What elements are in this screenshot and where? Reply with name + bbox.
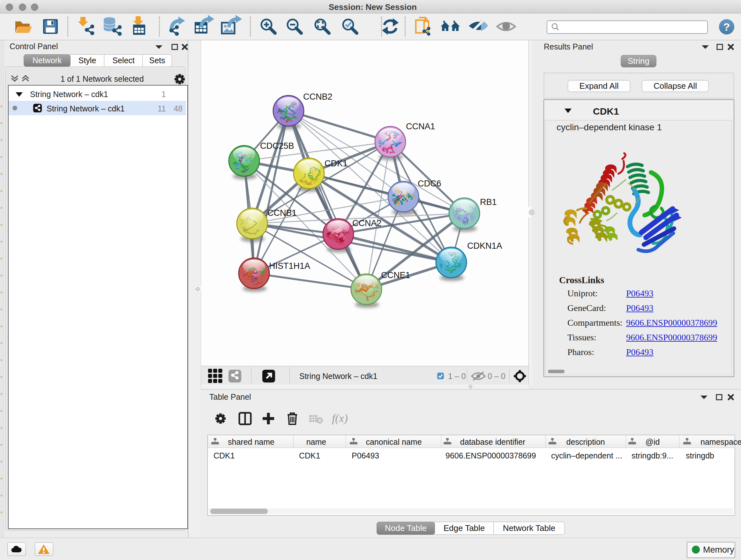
svg-text:CCNE1: CCNE1 [381, 270, 410, 280]
svg-text:CCNA1: CCNA1 [406, 122, 435, 131]
svg-text:CDKN1A: CDKN1A [467, 241, 502, 251]
svg-text:CCNB1: CCNB1 [267, 208, 297, 218]
svg-text:CCNB2: CCNB2 [303, 92, 333, 102]
svg-text:CDK1: CDK1 [325, 159, 347, 168]
svg-text:CDC6: CDC6 [418, 179, 441, 188]
svg-text:CCNA2: CCNA2 [352, 219, 382, 228]
svg-text:CDC25B: CDC25B [260, 141, 294, 151]
svg-text:HIST1H1A: HIST1H1A [269, 261, 310, 271]
svg-text:RB1: RB1 [480, 197, 497, 207]
